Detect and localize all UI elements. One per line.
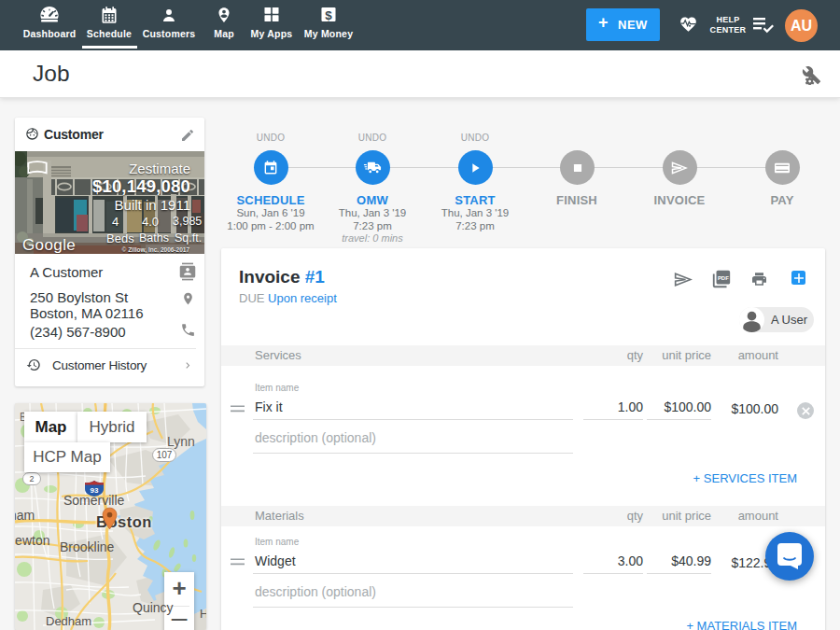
svg-text:$: $: [325, 8, 332, 22]
svg-text:PDF: PDF: [718, 275, 729, 281]
